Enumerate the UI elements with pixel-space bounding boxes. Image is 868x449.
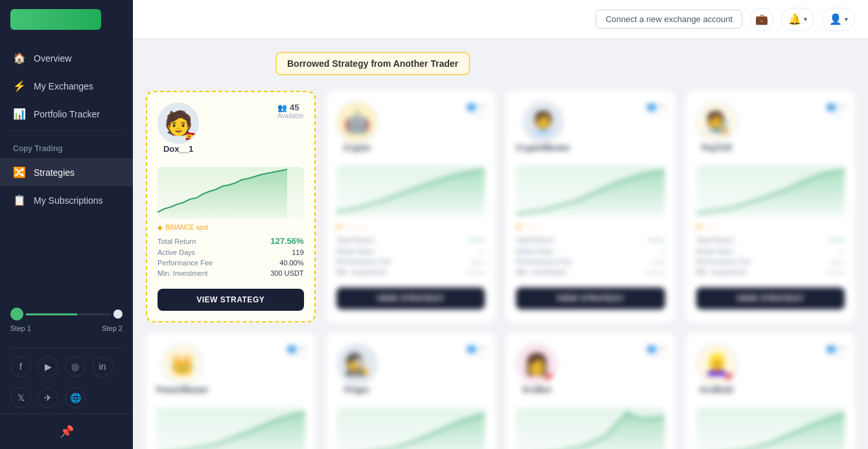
borrow-banner: Borrowed Strategy from Another Trader	[276, 52, 470, 75]
sidebar-label-subscriptions: My Subscriptions	[34, 195, 103, 206]
trader-profile: 🧑 🇪🇸 Dox__1	[158, 103, 199, 159]
exchange-name: BINANCE spot	[165, 224, 208, 231]
active-days-label: Active Days	[158, 249, 195, 256]
country-flag: 🇪🇸	[185, 131, 196, 141]
total-return-value: 127.56%	[270, 236, 303, 246]
globe-icon[interactable]: 🌐	[65, 387, 86, 408]
content-area: Borrowed Strategy from Another Trader 🧑 …	[133, 39, 868, 449]
stepper-line-fill	[26, 313, 77, 315]
pin-icon[interactable]: 📌	[10, 424, 123, 439]
trader-name: Dox__1	[163, 144, 193, 154]
instagram-icon[interactable]: ◎	[65, 356, 86, 377]
sidebar-label-portfolio: Portfolio Tracker	[34, 109, 100, 119]
exchange-icon: ⚡	[13, 80, 26, 92]
blurred-card-2: 🧑‍💼 CryptoMaster 👥-- ------	[506, 91, 675, 322]
stepper: Step 1 Step 2	[0, 295, 133, 345]
notifications-button[interactable]: 🔔 ▾	[781, 8, 814, 31]
user-menu-button[interactable]: 👤 ▾	[822, 8, 855, 31]
twitter-icon[interactable]: 𝕏	[10, 387, 31, 408]
sidebar-item-my-subscriptions[interactable]: 📋 My Subscriptions	[0, 186, 133, 214]
logo-image	[10, 9, 101, 30]
subscribers-count: 45	[290, 103, 299, 112]
youtube-icon[interactable]: ▶	[38, 356, 58, 377]
mini-chart	[158, 167, 304, 219]
sidebar-label-exchanges: My Exchanges	[34, 81, 93, 91]
linkedin-icon[interactable]: in	[92, 356, 113, 377]
chart-svg	[158, 167, 287, 219]
bell-icon: 🔔	[788, 13, 801, 25]
trader-stats-right: 👥 45 Available	[277, 103, 303, 119]
sidebar-label-strategies: Strategies	[34, 167, 75, 178]
blurred-card-6: 🕵️ Finger 👥-- ------	[326, 333, 496, 449]
blurred-trader-1: 🤖 Crypto	[336, 101, 378, 158]
copy-trading-section-title: Copy Trading	[0, 134, 133, 158]
strategies-grid-row2: 👑 PowerMaster 👥-- ------	[146, 333, 855, 449]
total-return-label: Total Return	[158, 237, 196, 245]
blurred-name-1: Crypto	[344, 143, 371, 152]
strategies-grid-row1: 🧑 🇪🇸 Dox__1 👥 45 Available	[146, 91, 855, 322]
sidebar-navigation: 🏠 Overview ⚡ My Exchanges 📊 Portfolio Tr…	[0, 39, 133, 289]
user-chevron-icon: ▾	[845, 16, 848, 23]
blurred-card-8: 👱‍♀️ 🔴 KruBot2 👥-- ------	[686, 333, 856, 449]
blurred-avatar-1: 🤖	[336, 101, 378, 143]
active-days-value: 119	[292, 249, 303, 256]
stat-row-total-return: Total Return 127.56%	[158, 235, 304, 247]
stat-row-active-days: Active Days 119	[158, 247, 304, 258]
facebook-icon[interactable]: f	[10, 356, 31, 377]
portfolio-icon: 📊	[13, 108, 26, 120]
stepper-dot-2	[113, 309, 123, 319]
blurred-card-1-header: 🤖 Crypto 👥 -- ------	[336, 101, 486, 158]
perf-fee-value: 40.00%	[279, 259, 303, 267]
wallet-icon: 💼	[755, 13, 768, 25]
wallet-button[interactable]: 💼	[750, 8, 773, 31]
sidebar: 🏠 Overview ⚡ My Exchanges 📊 Portfolio Tr…	[0, 0, 133, 449]
subscribers-label: Available	[277, 112, 303, 119]
chevron-down-icon: ▾	[804, 16, 807, 23]
stepper-dot-1	[10, 308, 23, 321]
sidebar-logo	[0, 0, 133, 39]
blurred-card-5: 👑 PowerMaster 👥-- ------	[146, 333, 316, 449]
stepper-track	[10, 308, 123, 321]
telegram-icon[interactable]: ✈	[38, 387, 58, 408]
sidebar-bottom: 📌	[0, 413, 133, 449]
step2-label: Step 2	[102, 324, 123, 332]
perf-fee-label: Performance Fee	[158, 259, 213, 267]
connect-exchange-button[interactable]: Connect a new exchange account	[596, 10, 742, 29]
sidebar-divider-1	[10, 130, 123, 131]
social-links-row2: 𝕏 ✈ 🌐	[0, 382, 133, 413]
blurred-card-7: 👩 🔴 KruBot 👥-- ------	[506, 333, 675, 449]
min-inv-label: Min. Investment	[158, 269, 208, 277]
blurred-chart-1	[336, 165, 486, 217]
step1-label: Step 1	[10, 324, 31, 332]
blurred-card-1: 🤖 Crypto 👥 -- ------	[326, 91, 496, 322]
topbar: Connect a new exchange account 💼 🔔 ▾ 👤 ▾	[133, 0, 868, 39]
home-icon: 🏠	[13, 52, 26, 64]
user-icon: 👤	[829, 13, 842, 25]
main-content: Connect a new exchange account 💼 🔔 ▾ 👤 ▾…	[133, 0, 868, 449]
subscriptions-icon: 📋	[13, 194, 26, 206]
sidebar-item-my-exchanges[interactable]: ⚡ My Exchanges	[0, 72, 133, 100]
min-inv-value: 300 USDT	[270, 269, 303, 277]
social-links: f ▶ ◎ in	[0, 351, 133, 382]
sidebar-label-overview: Overview	[34, 53, 71, 64]
stepper-line	[26, 313, 111, 315]
subscribers-icon: 👥	[277, 103, 287, 112]
view-strategy-button[interactable]: VIEW STRATEGY	[158, 289, 304, 311]
cards-grid-wrapper: 🧑 🇪🇸 Dox__1 👥 45 Available	[146, 91, 855, 449]
featured-strategy-card: 🧑 🇪🇸 Dox__1 👥 45 Available	[146, 91, 316, 322]
sidebar-item-portfolio-tracker[interactable]: 📊 Portfolio Tracker	[0, 100, 133, 128]
card-header: 🧑 🇪🇸 Dox__1 👥 45 Available	[158, 103, 304, 159]
stats-table: Total Return 127.56% Active Days 119 Per…	[158, 235, 304, 278]
sidebar-item-overview[interactable]: 🏠 Overview	[0, 44, 133, 72]
strategies-icon: 🔀	[13, 166, 26, 178]
blurred-card-3: 🧑‍🎨 PayTuff 👥-- ------	[686, 91, 856, 322]
blurred-stats-1: 👥 -- ------	[467, 101, 485, 118]
stat-row-perf-fee: Performance Fee 40.00%	[158, 258, 304, 268]
trader-avatar: 🧑 🇪🇸	[158, 103, 199, 144]
stepper-labels: Step 1 Step 2	[10, 324, 123, 332]
sidebar-item-strategies[interactable]: 🔀 Strategies	[0, 158, 133, 186]
exchange-dot: ◆	[158, 224, 163, 231]
sidebar-divider-2	[10, 348, 123, 348]
exchange-badge: ◆ BINANCE spot	[158, 224, 304, 231]
stat-row-min-inv: Min. Investment 300 USDT	[158, 268, 304, 278]
